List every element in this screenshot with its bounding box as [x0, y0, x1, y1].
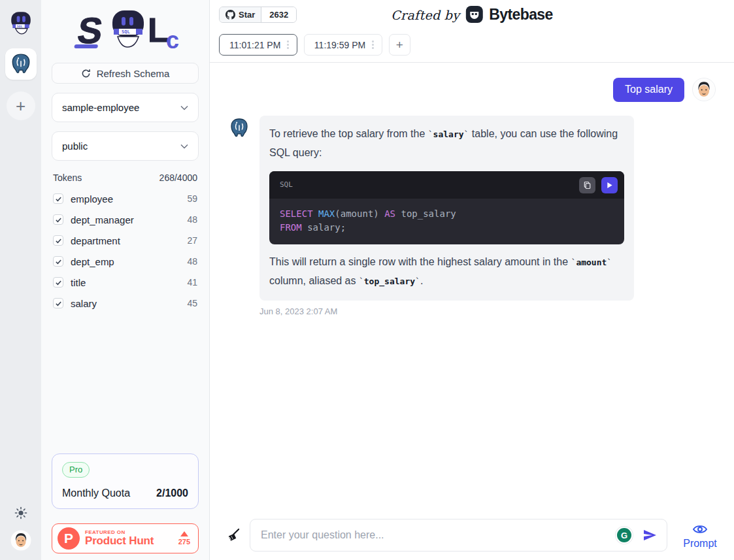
composer: G Prompt [210, 515, 734, 560]
run-query-button[interactable] [601, 177, 618, 193]
product-hunt-label: Product Hunt [85, 535, 154, 547]
schema-select[interactable]: public [52, 131, 199, 161]
table-token-count: 48 [187, 256, 197, 267]
check-icon [55, 237, 62, 244]
grammarly-icon[interactable]: G [617, 528, 631, 542]
user-avatar [692, 78, 716, 101]
table-checkbox[interactable] [53, 277, 63, 288]
sql-chat-logo: S SQL L c [52, 5, 199, 58]
table-row: employee59 [52, 188, 199, 209]
user-message-bubble: Top salary [613, 78, 684, 102]
quota-label: Monthly Quota [62, 487, 130, 499]
table-checkbox[interactable] [53, 298, 63, 308]
check-icon [55, 195, 62, 203]
theme-toggle-button[interactable] [13, 505, 29, 521]
question-input-wrap: G [250, 519, 667, 552]
send-icon [642, 527, 658, 543]
tab-label: 11:19:59 PM [314, 40, 365, 50]
play-icon [606, 182, 613, 189]
question-input[interactable] [259, 529, 617, 542]
prompt-label: Prompt [683, 538, 717, 550]
sql-chat-logo-art: S SQL L c [67, 8, 184, 54]
message-timestamp: Jun 8, 2023 2:07 AM [259, 306, 716, 316]
database-select[interactable]: sample-employee [52, 93, 199, 122]
check-icon [55, 300, 62, 307]
rail-bottom [10, 505, 31, 551]
bytebase-logo-icon [465, 6, 483, 24]
tokens-value: 268/4000 [159, 173, 197, 183]
github-star-button[interactable]: Star [220, 7, 261, 22]
database-select-value: sample-employee [62, 102, 139, 113]
code-line: FROM salary; [280, 221, 614, 235]
star-count[interactable]: 2632 [261, 7, 296, 22]
user-face-icon [693, 78, 715, 101]
inline-code: salary [428, 129, 469, 139]
table-checkbox[interactable] [53, 214, 63, 225]
postgresql-icon [228, 117, 250, 139]
new-connection-button[interactable]: + [7, 91, 35, 120]
product-hunt-badge[interactable]: P FEATURED ON Product Hunt 275 [52, 523, 199, 553]
tokens-row: Tokens 268/4000 [53, 173, 197, 183]
schema-select-value: public [62, 140, 88, 152]
code-body: SELECT MAX(amount) AS top_salaryFROM sal… [269, 199, 624, 244]
code-line: SELECT MAX(amount) AS top_salary [280, 207, 614, 221]
table-row: dept_emp48 [52, 251, 199, 272]
table-checkbox[interactable] [53, 193, 63, 204]
table-row: title41 [52, 272, 199, 293]
crafted-by-brand[interactable]: Crafted by Bytebase [391, 6, 552, 24]
check-icon [55, 279, 62, 286]
code-block-header: SQL [269, 171, 624, 199]
prompt-button[interactable]: Prompt [675, 521, 725, 550]
table-token-count: 45 [187, 298, 197, 308]
table-token-count: 48 [187, 214, 197, 225]
refresh-schema-label: Refresh Schema [97, 68, 170, 79]
copy-code-button[interactable] [579, 177, 595, 193]
assistant-outro-paragraph: This will return a single row with the h… [269, 253, 624, 291]
clear-conversation-button[interactable] [224, 527, 242, 544]
tabs-container: 11:01:21 PM11:19:59 PM [219, 34, 382, 56]
svg-text:SQL: SQL [122, 29, 130, 35]
table-checkbox[interactable] [53, 235, 63, 246]
assistant-message-row: To retrieve the top salary from the sala… [228, 116, 716, 301]
tab-menu-icon[interactable] [286, 39, 290, 50]
product-hunt-text: FEATURED ON Product Hunt [85, 530, 154, 547]
code-block-actions [579, 177, 618, 193]
tokens-label: Tokens [53, 173, 82, 183]
github-star-widget[interactable]: Star 2632 [219, 7, 297, 23]
tab-label: 11:01:21 PM [229, 40, 280, 50]
schema-sidebar: S SQL L c [41, 0, 209, 560]
upvote-count: 275 [178, 531, 192, 546]
svg-text:SQL: SQL [16, 24, 22, 28]
upvote-triangle-icon [180, 531, 188, 536]
table-name: dept_manager [71, 214, 134, 225]
refresh-schema-button[interactable]: Refresh Schema [52, 63, 199, 84]
conversation-tab[interactable]: 11:19:59 PM [304, 34, 382, 56]
quota-row: Monthly Quota 2/1000 [62, 487, 188, 499]
crafted-by-label: Crafted by [391, 7, 459, 22]
inline-code: top_salary [359, 276, 420, 286]
user-face-icon [10, 530, 31, 551]
broom-icon [225, 528, 241, 543]
connection-postgresql-selected[interactable] [5, 48, 37, 80]
sqlchat-bot-avatar[interactable]: SQL [8, 9, 34, 35]
assistant-intro-paragraph: To retrieve the top salary from the sala… [269, 125, 624, 162]
bytebase-wordmark: Bytebase [489, 6, 552, 24]
pro-badge: Pro [62, 462, 90, 478]
copy-icon [583, 181, 592, 189]
table-list: employee59dept_manager48department27dept… [52, 188, 199, 314]
account-avatar[interactable] [10, 530, 31, 551]
svg-text:c: c [166, 27, 179, 54]
sql-chat-app: SQL + [0, 0, 734, 560]
send-button[interactable] [641, 526, 659, 544]
connection-rail: SQL + [0, 0, 41, 560]
star-label: Star [239, 10, 255, 20]
github-icon [225, 10, 235, 20]
conversation-tab[interactable]: 11:01:21 PM [219, 34, 297, 56]
table-checkbox[interactable] [53, 256, 63, 267]
chat-messages: Top salary [210, 63, 734, 515]
tab-menu-icon[interactable] [371, 39, 375, 50]
product-hunt-icon: P [58, 527, 80, 550]
pro-quota-card: Pro Monthly Quota 2/1000 [52, 453, 199, 509]
new-conversation-button[interactable]: + [389, 34, 410, 56]
eye-icon [692, 521, 708, 537]
